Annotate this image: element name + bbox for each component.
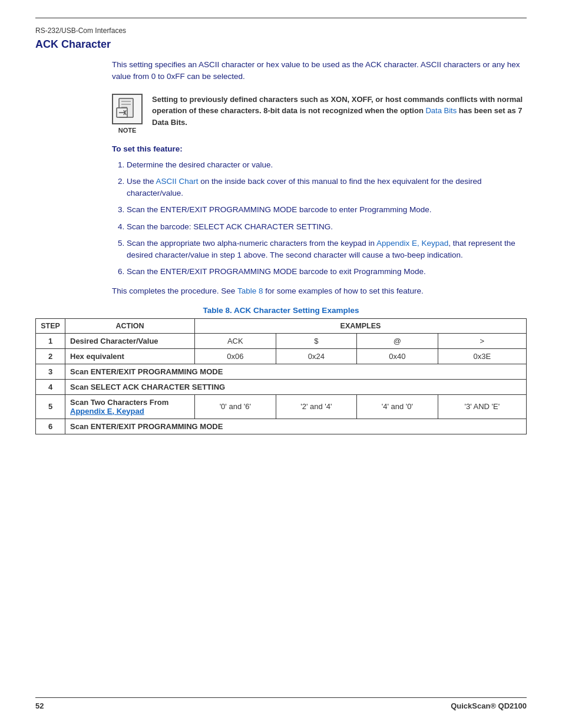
step-3-text: Scan the ENTER/EXIT PROGRAMMING MODE bar… — [127, 205, 431, 214]
row2-step: 2 — [36, 348, 65, 364]
step-4-text: Scan the barcode: SELECT ACK CHARACTER S… — [127, 222, 333, 231]
table-title: Table 8. ACK Character Setting Examples — [35, 306, 527, 315]
row2-ex1: 0x06 — [195, 348, 276, 364]
header-divider — [35, 18, 527, 21]
section-title: ACK Character — [35, 38, 527, 51]
row1-step: 1 — [36, 333, 65, 348]
row1-action: Desired Character/Value — [65, 333, 195, 348]
table-header-row: STEP ACTION EXAMPLES — [36, 318, 527, 333]
table-row: 1 Desired Character/Value ACK $ @ > — [36, 333, 527, 348]
row4-action: Scan SELECT ACK CHARACTER SETTING — [65, 379, 527, 394]
footer-page-number: 52 — [35, 701, 44, 710]
step-3: Scan the ENTER/EXIT PROGRAMMING MODE bar… — [127, 204, 527, 216]
ascii-chart-link[interactable]: ASCII Chart — [156, 177, 199, 186]
completes-text: This completes the procedure. See Table … — [112, 286, 527, 295]
step-6: Scan the ENTER/EXIT PROGRAMMING MODE bar… — [127, 266, 527, 278]
step-1: Determine the desired character or value… — [127, 159, 527, 171]
row1-ex2: $ — [276, 333, 357, 348]
row1-ex4: > — [438, 333, 526, 348]
step-6-text: Scan the ENTER/EXIT PROGRAMMING MODE bar… — [127, 267, 426, 276]
to-set-heading: To set this feature: — [112, 144, 527, 153]
steps-list: Determine the desired character or value… — [127, 159, 527, 278]
step-1-text: Determine the desired character or value… — [127, 160, 273, 169]
note-text: Setting to previously defined characters… — [152, 94, 527, 129]
table-row: 4 Scan SELECT ACK CHARACTER SETTING — [36, 379, 527, 394]
row5-ex3: '4' and '0' — [357, 394, 438, 419]
svg-rect-1 — [121, 101, 131, 102]
row3-step: 3 — [36, 364, 65, 379]
row3-action: Scan ENTER/EXIT PROGRAMMING MODE — [65, 364, 527, 379]
svg-rect-2 — [121, 104, 131, 105]
row6-action: Scan ENTER/EXIT PROGRAMMING MODE — [65, 419, 527, 434]
row1-ex1: ACK — [195, 333, 276, 348]
intro-text: This setting specifies an ASCII characte… — [112, 59, 527, 83]
row5-ex1: '0' and '6' — [195, 394, 276, 419]
data-bits-link[interactable]: Data Bits — [425, 106, 457, 115]
header-step: STEP — [36, 318, 65, 333]
note-box: NOTE Setting to previously defined chara… — [112, 94, 527, 134]
page: RS-232/USB-Com Interfaces ACK Character … — [0, 0, 562, 728]
row5-step: 5 — [36, 394, 65, 419]
table-row: 3 Scan ENTER/EXIT PROGRAMMING MODE — [36, 364, 527, 379]
row5-ex4: '3' AND 'E' — [438, 394, 526, 419]
row2-action: Hex equivalent — [65, 348, 195, 364]
row6-step: 6 — [36, 419, 65, 434]
header-action: ACTION — [65, 318, 195, 333]
row1-ex3: @ — [357, 333, 438, 348]
footer-product: QuickScan® QD2100 — [451, 701, 527, 710]
footer: 52 QuickScan® QD2100 — [35, 697, 527, 710]
notepad-icon — [115, 97, 139, 121]
row2-ex3: 0x40 — [357, 348, 438, 364]
table-row: 2 Hex equivalent 0x06 0x24 0x40 0x3E — [36, 348, 527, 364]
note-icon-container: NOTE — [112, 94, 143, 134]
step-4: Scan the barcode: SELECT ACK CHARACTER S… — [127, 221, 527, 233]
header-examples: EXAMPLES — [195, 318, 527, 333]
row2-ex2: 0x24 — [276, 348, 357, 364]
table-row: 5 Scan Two Characters From Appendix E, K… — [36, 394, 527, 419]
ack-character-table: STEP ACTION EXAMPLES 1 Desired Character… — [35, 318, 527, 434]
row2-ex4: 0x3E — [438, 348, 526, 364]
row5-ex2: '2' and '4' — [276, 394, 357, 419]
note-label: NOTE — [118, 127, 137, 134]
completes-before: This completes the procedure. See — [112, 286, 237, 295]
completes-after: for some examples of how to set this fea… — [263, 286, 423, 295]
breadcrumb: RS-232/USB-Com Interfaces — [35, 27, 527, 35]
table8-link[interactable]: Table 8 — [237, 286, 263, 295]
row5-action-line1: Scan Two Characters From — [70, 398, 168, 407]
appendix-e-link[interactable]: Appendix E, Keypad — [376, 239, 448, 248]
table-row: 6 Scan ENTER/EXIT PROGRAMMING MODE — [36, 419, 527, 434]
step-2: Use the ASCII Chart on the inside back c… — [127, 176, 527, 200]
step-5: Scan the appropriate two alpha-numeric c… — [127, 238, 527, 262]
row4-step: 4 — [36, 379, 65, 394]
row5-action: Scan Two Characters From Appendix E, Key… — [65, 394, 195, 419]
row5-appendix-link[interactable]: Appendix E, Keypad — [70, 407, 144, 416]
note-icon-img — [112, 94, 143, 124]
